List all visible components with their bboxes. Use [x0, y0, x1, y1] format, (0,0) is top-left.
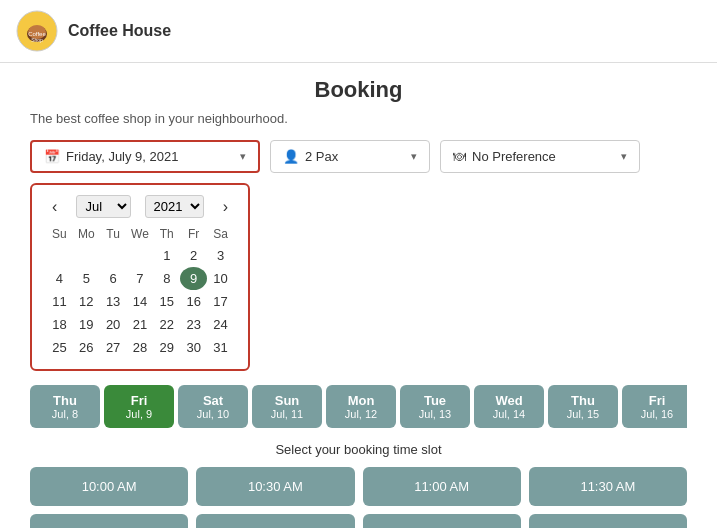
calendar-grid: SuMoTuWeThFrSa 1234567891011121314151617… [46, 224, 234, 359]
cal-day [46, 244, 73, 267]
day-name: Fri [626, 393, 687, 408]
day-scroller-item[interactable]: FriJul, 16 [622, 385, 687, 428]
cal-day[interactable]: 15 [153, 290, 180, 313]
day-scroller: ThuJul, 8FriJul, 9SatJul, 10SunJul, 11Mo… [30, 385, 687, 428]
day-scroller-item[interactable]: TueJul, 13 [400, 385, 470, 428]
day-name: Sat [182, 393, 244, 408]
day-scroller-item[interactable]: SunJul, 11 [252, 385, 322, 428]
day-name: Thu [552, 393, 614, 408]
cal-day-header: Fr [180, 224, 207, 244]
day-date: Jul, 15 [552, 408, 614, 420]
cal-day[interactable]: 9 [180, 267, 207, 290]
cal-day-header: Su [46, 224, 73, 244]
time-slots-label: Select your booking time slot [30, 442, 687, 457]
pax-dropdown[interactable]: 👤 2 Pax ▾ [270, 140, 430, 173]
time-slot-button[interactable]: 10:00 AM [30, 467, 188, 506]
page-subtitle: The best coffee shop in your neighbourho… [30, 111, 687, 126]
chevron-down-icon: ▾ [411, 150, 417, 163]
day-date: Jul, 8 [34, 408, 96, 420]
cal-day[interactable]: 24 [207, 313, 234, 336]
cal-day[interactable]: 29 [153, 336, 180, 359]
cal-day-header: Th [153, 224, 180, 244]
day-name: Mon [330, 393, 392, 408]
cal-day [127, 244, 154, 267]
chevron-down-icon: ▾ [240, 150, 246, 163]
date-label: Friday, July 9, 2021 [66, 149, 178, 164]
app-title: Coffee House [68, 22, 171, 40]
day-name: Wed [478, 393, 540, 408]
page-title: Booking [30, 77, 687, 103]
cal-day[interactable]: 14 [127, 290, 154, 313]
calendar-icon: 📅 [44, 149, 60, 164]
prev-month-button[interactable]: ‹ [46, 196, 63, 218]
time-slot-button[interactable]: 12:30 PM [196, 514, 354, 528]
day-scroller-item[interactable]: ThuJul, 8 [30, 385, 100, 428]
cal-day[interactable]: 31 [207, 336, 234, 359]
preference-dropdown[interactable]: 🍽 No Preference ▾ [440, 140, 640, 173]
app-logo: Coffee Shop [16, 10, 58, 52]
cal-day[interactable]: 12 [73, 290, 100, 313]
cal-day-header: Tu [100, 224, 127, 244]
day-name: Tue [404, 393, 466, 408]
day-scroller-item[interactable]: WedJul, 14 [474, 385, 544, 428]
cal-day[interactable]: 19 [73, 313, 100, 336]
cal-day[interactable]: 18 [46, 313, 73, 336]
cal-day[interactable]: 1 [153, 244, 180, 267]
cal-day-header: Sa [207, 224, 234, 244]
cal-day[interactable]: 22 [153, 313, 180, 336]
day-scroller-item[interactable]: FriJul, 9 [104, 385, 174, 428]
cal-day[interactable]: 23 [180, 313, 207, 336]
day-date: Jul, 10 [182, 408, 244, 420]
cal-day[interactable]: 2 [180, 244, 207, 267]
day-name: Sun [256, 393, 318, 408]
day-date: Jul, 14 [478, 408, 540, 420]
cal-day[interactable]: 7 [127, 267, 154, 290]
next-month-button[interactable]: › [217, 196, 234, 218]
month-select[interactable]: JanFebMarAprMayJunJulAugSepOctNovDec [76, 195, 131, 218]
cal-day[interactable]: 16 [180, 290, 207, 313]
cal-day[interactable]: 27 [100, 336, 127, 359]
cal-day[interactable]: 10 [207, 267, 234, 290]
cal-day[interactable]: 8 [153, 267, 180, 290]
time-slot-button[interactable]: 10:30 AM [196, 467, 354, 506]
cal-day[interactable]: 4 [46, 267, 73, 290]
time-grid: 10:00 AM10:30 AM11:00 AM11:30 AM12:00 PM… [30, 467, 687, 528]
year-select[interactable]: 20192020202120222023 [145, 195, 204, 218]
cal-day[interactable]: 20 [100, 313, 127, 336]
cal-day-header: Mo [73, 224, 100, 244]
day-name: Fri [108, 393, 170, 408]
cal-day[interactable]: 3 [207, 244, 234, 267]
person-icon: 👤 [283, 149, 299, 164]
cal-day[interactable]: 26 [73, 336, 100, 359]
cal-day[interactable]: 5 [73, 267, 100, 290]
date-dropdown[interactable]: 📅 Friday, July 9, 2021 ▾ [30, 140, 260, 173]
cal-day [100, 244, 127, 267]
time-slot-button[interactable]: 11:00 AM [363, 467, 521, 506]
cal-day-header: We [127, 224, 154, 244]
cal-day[interactable]: 30 [180, 336, 207, 359]
day-name: Thu [34, 393, 96, 408]
cal-day[interactable]: 11 [46, 290, 73, 313]
time-slot-button[interactable]: 1:00 PM [363, 514, 521, 528]
cal-day[interactable]: 13 [100, 290, 127, 313]
header: Coffee Shop Coffee House [0, 0, 717, 63]
day-scroller-item[interactable]: MonJul, 12 [326, 385, 396, 428]
dropdowns-row: 📅 Friday, July 9, 2021 ▾ 👤 2 Pax ▾ 🍽 No … [30, 140, 687, 173]
day-scroller-item[interactable]: SatJul, 10 [178, 385, 248, 428]
cal-day[interactable]: 6 [100, 267, 127, 290]
cal-day [73, 244, 100, 267]
preference-label: No Preference [472, 149, 556, 164]
time-slot-button[interactable]: 11:30 AM [529, 467, 687, 506]
time-slot-button[interactable]: 12:00 PM [30, 514, 188, 528]
pax-label: 2 Pax [305, 149, 338, 164]
time-slot-button[interactable]: 1:30 PM [529, 514, 687, 528]
cal-day[interactable]: 25 [46, 336, 73, 359]
svg-text:Shop: Shop [31, 37, 43, 43]
day-date: Jul, 11 [256, 408, 318, 420]
cal-day[interactable]: 28 [127, 336, 154, 359]
preference-icon: 🍽 [453, 149, 466, 164]
day-scroller-item[interactable]: ThuJul, 15 [548, 385, 618, 428]
main-content: Booking The best coffee shop in your nei… [0, 63, 717, 528]
cal-day[interactable]: 17 [207, 290, 234, 313]
cal-day[interactable]: 21 [127, 313, 154, 336]
